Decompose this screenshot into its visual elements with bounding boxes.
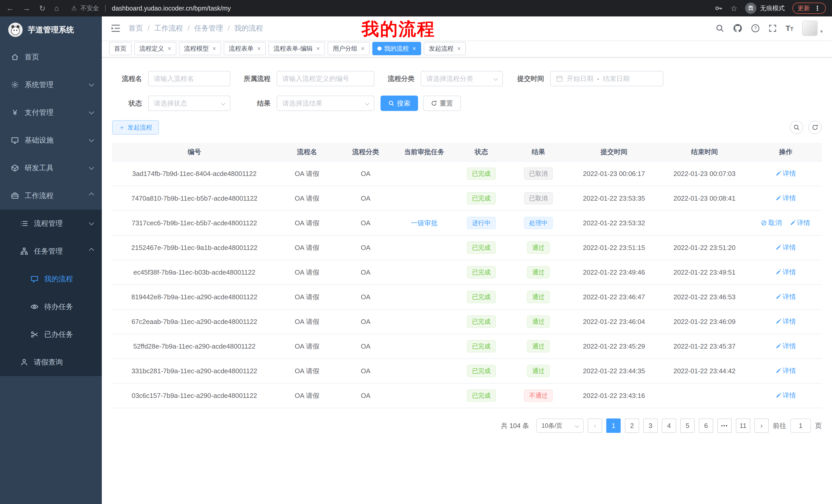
bookmark-star-icon[interactable]: ☆: [730, 4, 737, 13]
font-size-icon[interactable]: TT: [785, 24, 794, 32]
detail-label: 详情: [783, 391, 796, 400]
browser-update-button[interactable]: 更新 ⋮: [792, 3, 826, 14]
detail-link[interactable]: 详情: [775, 169, 796, 178]
page-size-value: 10条/页: [542, 422, 562, 430]
result-tag: 通过: [527, 365, 550, 377]
close-icon[interactable]: ×: [257, 46, 261, 52]
briefcase-icon: [10, 191, 20, 200]
fullscreen-icon[interactable]: [769, 24, 777, 32]
process-id: 819442e8-7b9a-11ec-a290-acde48001122: [131, 293, 258, 301]
page-button-3[interactable]: 3: [643, 418, 658, 433]
avatar[interactable]: [802, 21, 817, 36]
github-icon[interactable]: [733, 24, 742, 33]
sidebar-item-done-tasks[interactable]: 已办任务: [0, 320, 102, 348]
status-tag: 已完成: [467, 167, 496, 180]
close-icon[interactable]: ×: [212, 46, 216, 52]
cancel-link[interactable]: 取消: [761, 218, 782, 227]
detail-link[interactable]: 详情: [775, 391, 796, 400]
sidebar-item-home[interactable]: 首页: [0, 43, 102, 71]
sidebar-item-my-process[interactable]: 我的流程: [0, 265, 102, 293]
status-select[interactable]: 请选择状态: [148, 95, 230, 111]
forward-icon[interactable]: →: [23, 4, 30, 12]
chevron-down-icon: [89, 220, 94, 225]
more-pages-button[interactable]: •••: [717, 418, 732, 433]
close-icon[interactable]: ×: [457, 46, 461, 52]
date-range-picker[interactable]: 开始日期 - 结束日期: [550, 71, 663, 86]
tab-label: 用户分组: [333, 45, 357, 53]
close-icon[interactable]: ×: [361, 46, 365, 52]
result-select[interactable]: 请选择流结果: [277, 95, 374, 111]
sidebar-item-workflow[interactable]: 工作流程: [0, 182, 102, 209]
process-id: 03c6c157-7b9a-11ec-a290-acde48001122: [132, 392, 257, 399]
detail-link[interactable]: 详情: [775, 268, 796, 277]
hamburger-icon[interactable]: [111, 24, 120, 32]
active-dot-icon: [378, 47, 382, 51]
close-icon[interactable]: ×: [412, 46, 416, 52]
process-name: OA 请假: [295, 392, 319, 399]
reload-icon[interactable]: ↻: [39, 4, 46, 13]
detail-link[interactable]: 详情: [775, 243, 796, 252]
end-date-placeholder: 结束日期: [603, 74, 630, 83]
home-icon[interactable]: ⌂: [54, 4, 59, 12]
tab-user-group[interactable]: 用户分组×: [328, 42, 370, 55]
breadcrumb-item-workflow[interactable]: 工作流程: [154, 23, 183, 33]
detail-link[interactable]: 详情: [775, 317, 796, 326]
detail-link[interactable]: 详情: [790, 218, 810, 227]
category-select[interactable]: 请选择流程分类: [421, 71, 503, 86]
current-task-link[interactable]: 一级审批: [411, 219, 438, 227]
start-process-button[interactable]: ＋ 发起流程: [112, 120, 159, 135]
show-search-toggle-icon[interactable]: [790, 121, 803, 134]
sidebar-item-leave-query[interactable]: 请假查询: [0, 348, 102, 376]
menu-dots-icon[interactable]: ⋮: [814, 4, 821, 12]
refresh-icon[interactable]: [808, 121, 822, 134]
process-definition-input[interactable]: [277, 71, 374, 86]
tab-process-form[interactable]: 流程表单×: [224, 42, 266, 55]
detail-link[interactable]: 详情: [775, 366, 796, 375]
sidebar-item-task-management[interactable]: 任务管理: [0, 237, 102, 265]
breadcrumb-item-task-management[interactable]: 任务管理: [194, 23, 223, 33]
detail-link[interactable]: 详情: [775, 292, 796, 301]
page-button-2[interactable]: 2: [625, 418, 639, 433]
page-button-11[interactable]: 11: [736, 418, 750, 433]
table-row: 819442e8-7b9a-11ec-a290-acde48001122 OA …: [112, 285, 822, 309]
back-icon[interactable]: ←: [6, 4, 14, 12]
sidebar-item-infra[interactable]: 基础设施: [0, 127, 102, 154]
sitemap-icon: [20, 247, 29, 256]
page-button-4[interactable]: 4: [662, 418, 676, 433]
tab-home[interactable]: 首页: [109, 42, 132, 55]
sidebar-item-payment[interactable]: ¥ 支付管理: [0, 99, 102, 127]
sidebar-item-process-management[interactable]: 流程管理: [0, 209, 102, 237]
table-row: 2152467e-7b9b-11ec-9a1b-acde48001122 OA …: [112, 235, 822, 260]
search-icon[interactable]: [716, 24, 724, 33]
key-icon[interactable]: [714, 4, 723, 12]
next-page-button[interactable]: ›: [754, 418, 769, 433]
process-name-input[interactable]: [148, 71, 230, 86]
prev-page-button[interactable]: ‹: [588, 418, 602, 433]
tab-process-model[interactable]: 流程模型×: [179, 42, 221, 55]
process-name: OA 请假: [295, 367, 319, 375]
incognito-profile-chip[interactable]: 无痕模式: [745, 3, 785, 14]
close-icon[interactable]: ×: [316, 46, 320, 52]
tab-start-process[interactable]: 发起流程×: [424, 42, 466, 55]
page-size-select[interactable]: 10条/页: [536, 418, 583, 433]
page-button-1[interactable]: 1: [606, 418, 621, 433]
goto-page-input[interactable]: [790, 418, 811, 433]
sidebar-item-todo-tasks[interactable]: 待办任务: [0, 293, 102, 320]
page-button-6[interactable]: 6: [699, 418, 713, 433]
reset-button[interactable]: 重置: [423, 95, 461, 111]
help-icon[interactable]: ?: [751, 24, 760, 33]
tab-process-definition[interactable]: 流程定义×: [134, 42, 176, 55]
close-icon[interactable]: ×: [167, 46, 171, 52]
chevron-down-icon[interactable]: ▾: [820, 28, 823, 34]
tab-my-process[interactable]: 我的流程×: [372, 42, 421, 55]
sidebar-item-dev-tools[interactable]: 研发工具: [0, 154, 102, 182]
page-button-5[interactable]: 5: [680, 418, 695, 433]
search-button[interactable]: 搜索: [381, 95, 418, 111]
breadcrumb-item-home[interactable]: 首页: [129, 23, 143, 33]
sidebar-item-system[interactable]: 系统管理: [0, 71, 102, 99]
tab-process-form-edit[interactable]: 流程表单-编辑×: [268, 42, 325, 55]
end-time: 2022-01-23 00:08:41: [673, 194, 735, 202]
detail-link[interactable]: 详情: [775, 194, 796, 203]
detail-link[interactable]: 详情: [775, 342, 796, 351]
address-bar[interactable]: ⚠ 不安全 dashboard.yudao.iocoder.cn/bpm/tas…: [64, 4, 709, 12]
